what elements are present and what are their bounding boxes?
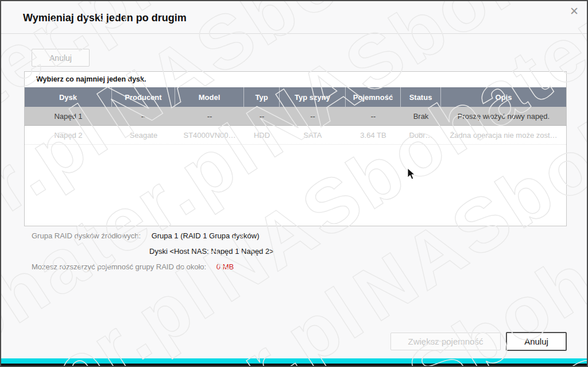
cell-typ-szyny: SATA bbox=[280, 126, 346, 144]
raid-disks-line: Dyski <Host NAS: Napęd 1 Napęd 2> bbox=[149, 247, 274, 256]
raid-disks-value: Dyski <Host NAS: Napęd 1 Napęd 2> bbox=[149, 247, 274, 256]
cell-dysk: Napęd 1 bbox=[25, 107, 112, 125]
expand-capacity-button[interactable]: Zwiększ pojemność bbox=[390, 333, 501, 350]
cancel-button[interactable]: Anuluj bbox=[506, 332, 567, 351]
cell-producent: -- bbox=[112, 107, 175, 125]
raid-source-label: Grupa RAID dysków źródłowych: bbox=[32, 231, 149, 240]
table-row-drive-2[interactable]: Napęd 2 Seagate ST4000VN00… HDD SATA 3.6… bbox=[25, 126, 566, 145]
cell-typ: -- bbox=[244, 107, 280, 125]
cancel-button-top[interactable]: Anuluj bbox=[32, 49, 90, 67]
raid-expand-value: 0 MB bbox=[216, 262, 234, 271]
raid-expand-label: Możesz rozszerzyć pojemność grupy RAID d… bbox=[32, 262, 206, 271]
cell-status: Dobr… bbox=[401, 126, 441, 144]
column-header-pojemnosc[interactable]: Pojemność bbox=[346, 87, 401, 107]
cell-typ-szyny: -- bbox=[280, 107, 346, 125]
cell-model: ST4000VN00… bbox=[175, 126, 244, 144]
cell-dysk: Napęd 2 bbox=[25, 126, 112, 144]
svg-text:NASbohater.pl: NASbohater.pl bbox=[1, 1, 17, 303]
cell-typ: HDD bbox=[244, 126, 280, 144]
disk-table-panel: Wybierz co najmniej jeden dysk. Dysk Pro… bbox=[24, 71, 567, 226]
column-header-typ[interactable]: Typ bbox=[244, 87, 280, 107]
page-title: Wymieniaj dyski jeden po drugim bbox=[23, 12, 187, 24]
column-header-opis[interactable]: Opis bbox=[441, 87, 566, 107]
column-header-model[interactable]: Model bbox=[175, 87, 244, 107]
column-header-dysk[interactable]: Dysk bbox=[25, 87, 112, 107]
cell-pojemnosc: -- bbox=[346, 107, 401, 125]
titlebar: Wymieniaj dyski jeden po drugim ✕ bbox=[1, 1, 587, 34]
cell-model: -- bbox=[175, 107, 244, 125]
cell-producent: Seagate bbox=[112, 126, 175, 144]
cell-pojemnosc: 3.64 TB bbox=[346, 126, 401, 144]
footer-black-strip bbox=[1, 364, 587, 366]
raid-source-value: Grupa 1 (RAID 1 Grupa dysków) bbox=[152, 231, 260, 240]
dialog-window: Wymieniaj dyski jeden po drugim ✕ Anuluj… bbox=[0, 0, 588, 367]
table-row-drive-1[interactable]: Napęd 1 -- -- -- -- -- Brak Proszę włoży… bbox=[25, 107, 566, 126]
table-header-row: Dysk Producent Model Typ Typ szyny Pojem… bbox=[25, 87, 566, 107]
raid-source-line: Grupa RAID dysków źródłowych: Grupa 1 (R… bbox=[32, 231, 259, 240]
close-icon[interactable]: ✕ bbox=[567, 5, 581, 18]
cell-opis: Proszę włożyć nowy napęd. bbox=[441, 107, 566, 125]
column-header-typ-szyny[interactable]: Typ szyny bbox=[280, 87, 346, 107]
table-notice: Wybierz co najmniej jeden dysk. bbox=[25, 72, 566, 87]
cell-opis: Żadna operacja nie może zost… bbox=[441, 126, 566, 144]
cell-status: Brak bbox=[401, 107, 441, 125]
column-header-producent[interactable]: Producent bbox=[112, 87, 175, 107]
raid-expand-line: Możesz rozszerzyć pojemność grupy RAID d… bbox=[32, 262, 234, 271]
svg-text:NASbohater.pl: NASbohater.pl bbox=[1, 270, 380, 367]
column-header-status[interactable]: Status bbox=[401, 87, 441, 107]
